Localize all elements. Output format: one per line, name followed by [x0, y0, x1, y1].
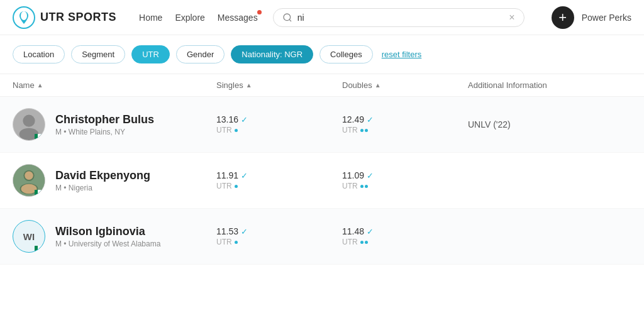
reset-filters-link[interactable]: reset filters [382, 50, 422, 59]
doubles-verified-icon: ✓ [367, 227, 374, 236]
avatar [13, 108, 45, 141]
power-perks-link[interactable]: Power Perks [582, 13, 631, 23]
player-info: WI Wilson Igbinovia M • University of We… [13, 220, 216, 253]
table-row[interactable]: David Ekpenyong M • Nigeria 11.91 ✓ UTR … [0, 153, 644, 209]
filter-segment[interactable]: Segment [71, 45, 125, 63]
svg-point-2 [284, 14, 291, 21]
nav-right: + Power Perks [552, 6, 631, 29]
player-name: Wilson Igbinovia [55, 225, 160, 238]
table-row[interactable]: Christopher Bulus M • White Plains, NY 1… [0, 97, 644, 153]
filter-nationality[interactable]: Nationality: NGR [231, 45, 313, 63]
player-text-info: Christopher Bulus M • White Plains, NY [55, 113, 154, 136]
singles-dot [235, 129, 238, 132]
svg-point-1 [21, 11, 27, 20]
singles-rating: 13.16 ✓ UTR [216, 114, 342, 135]
doubles-dots [360, 185, 368, 188]
singles-rating: 11.53 ✓ UTR [216, 226, 342, 246]
nigeria-flag-badge [35, 246, 45, 252]
player-info: David Ekpenyong M • Nigeria [13, 164, 216, 197]
doubles-verified-icon: ✓ [367, 115, 374, 124]
additional-info: UNLV ('22) [468, 119, 631, 129]
nav-messages[interactable]: Messages [218, 13, 258, 23]
doubles-dots [360, 129, 368, 132]
doubles-sort-arrow: ▲ [375, 82, 381, 89]
messages-notification-dot [257, 10, 262, 14]
singles-sort-arrow: ▲ [246, 82, 252, 89]
svg-line-3 [289, 19, 291, 21]
player-sub: M • University of West Alabama [55, 239, 160, 248]
singles-verified-icon: ✓ [241, 171, 248, 180]
player-name: David Ekpenyong [55, 169, 150, 182]
player-text-info: Wilson Igbinovia M • University of West … [55, 225, 160, 248]
search-bar: × [273, 8, 525, 27]
doubles-verified-icon: ✓ [367, 171, 374, 180]
doubles-rating: 11.09 ✓ UTR [342, 170, 468, 190]
col-singles[interactable]: Singles ▲ [216, 80, 342, 90]
singles-verified-icon: ✓ [241, 115, 248, 124]
search-icon [282, 13, 292, 23]
player-sub: M • White Plains, NY [55, 128, 154, 136]
nav-links: Home Explore Messages [139, 13, 258, 23]
filter-location[interactable]: Location [13, 45, 65, 63]
nigeria-flag-badge [35, 190, 45, 196]
player-info: Christopher Bulus M • White Plains, NY [13, 108, 216, 141]
col-additional: Additional Information [468, 80, 631, 90]
avatar [13, 164, 45, 197]
player-sub: M • Nigeria [55, 184, 150, 192]
col-doubles[interactable]: Doubles ▲ [342, 80, 468, 90]
logo-icon [13, 6, 35, 29]
doubles-dots [360, 241, 368, 244]
svg-point-9 [25, 172, 33, 180]
navbar: UTR SPORTS Home Explore Messages × + Pow… [0, 0, 644, 35]
doubles-rating: 11.48 ✓ UTR [342, 226, 468, 246]
name-sort-arrow: ▲ [37, 82, 43, 89]
logo-text: UTR SPORTS [40, 11, 116, 24]
filter-colleges[interactable]: Colleges [319, 45, 373, 63]
nigeria-flag-badge [35, 134, 45, 140]
svg-point-4 [23, 115, 35, 127]
table-row[interactable]: WI Wilson Igbinovia M • University of We… [0, 209, 644, 265]
singles-dot [235, 185, 238, 188]
player-name: Christopher Bulus [55, 113, 154, 126]
player-list: Christopher Bulus M • White Plains, NY 1… [0, 97, 644, 265]
filter-bar: Location Segment UTR Gender Nationality:… [0, 35, 644, 74]
col-name[interactable]: Name ▲ [13, 80, 216, 90]
singles-dot [235, 241, 238, 244]
doubles-rating: 12.49 ✓ UTR [342, 114, 468, 135]
nav-home[interactable]: Home [139, 13, 162, 23]
avatar: WI [13, 220, 45, 253]
search-input[interactable] [297, 13, 504, 23]
search-clear-button[interactable]: × [509, 13, 514, 23]
filter-gender[interactable]: Gender [176, 45, 225, 63]
nav-explore[interactable]: Explore [175, 13, 204, 23]
player-text-info: David Ekpenyong M • Nigeria [55, 169, 150, 192]
add-button[interactable]: + [552, 6, 574, 29]
logo[interactable]: UTR SPORTS [13, 6, 116, 29]
table-header: Name ▲ Singles ▲ Doubles ▲ Additional In… [0, 74, 644, 97]
singles-rating: 11.91 ✓ UTR [216, 170, 342, 190]
singles-verified-icon: ✓ [241, 227, 248, 236]
filter-utr[interactable]: UTR [131, 45, 170, 63]
